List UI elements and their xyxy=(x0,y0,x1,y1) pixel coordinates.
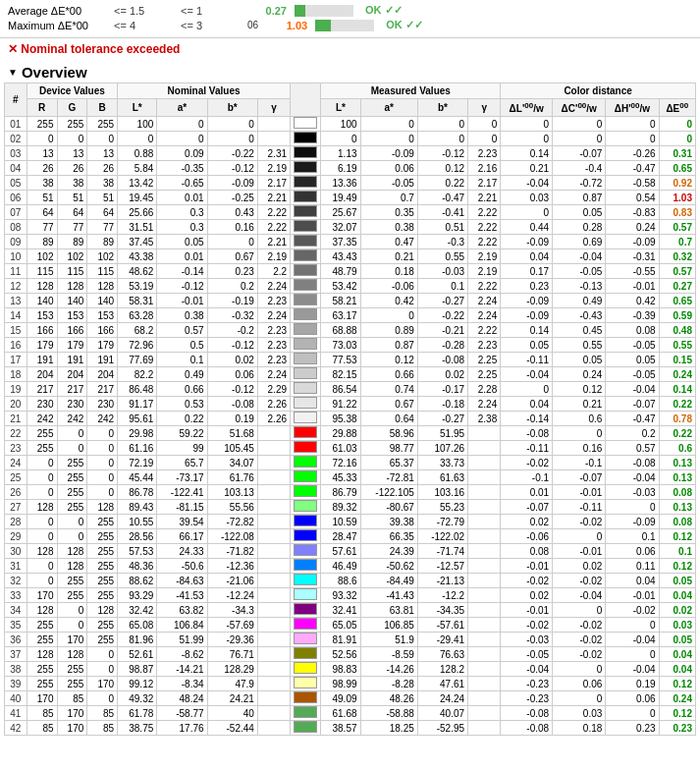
cell-my: 2.23 xyxy=(468,338,501,353)
col-dC: ΔC'00/w xyxy=(553,99,606,117)
cell-mb: 107.26 xyxy=(417,441,467,456)
color-swatch xyxy=(291,146,321,161)
cell-b: 179 xyxy=(87,338,118,353)
cell-dH: -0.08 xyxy=(606,456,659,470)
cell-dC: -0.02 xyxy=(553,647,606,662)
cell-g: 255 xyxy=(57,677,87,691)
cell-dL: 0.02 xyxy=(501,515,553,529)
cell-dE: 0.05 xyxy=(659,633,695,647)
cell-mb: 0 xyxy=(417,117,467,132)
cell-b: 85 xyxy=(87,706,118,721)
cell-dH: -0.26 xyxy=(606,146,659,161)
cell-dE: 0.13 xyxy=(659,456,695,470)
cell-dH: -0.47 xyxy=(606,161,659,176)
cell-my: 2.23 xyxy=(468,146,501,161)
cell-dH: 0 xyxy=(606,706,659,721)
cell-r: 166 xyxy=(27,323,57,338)
cell-dE: 0.13 xyxy=(659,500,695,515)
cell-ma: 0.35 xyxy=(360,205,417,220)
cell-dL: -0.03 xyxy=(501,633,553,647)
col-mb: b* xyxy=(417,99,467,117)
cell-r: 128 xyxy=(27,279,57,294)
cell-ny xyxy=(257,559,290,574)
cell-ny xyxy=(257,618,290,633)
cell-my: 2.24 xyxy=(468,397,501,412)
col-group-measured: Measured Values xyxy=(321,83,501,99)
cell-dH: 0.19 xyxy=(606,677,659,691)
cell-b: 51 xyxy=(87,191,118,205)
cell-r: 0 xyxy=(27,515,57,529)
cell-b: 255 xyxy=(87,117,118,132)
cell-ma: 24.39 xyxy=(360,544,417,559)
cell-na: 0.3 xyxy=(157,205,207,220)
cell-dH: -0.01 xyxy=(606,279,659,294)
cell-nL: 5.84 xyxy=(118,161,157,176)
cell-b: 191 xyxy=(87,353,118,367)
cell-na: 0.09 xyxy=(157,146,207,161)
row-num: 30 xyxy=(5,544,27,559)
cell-dL: 0.14 xyxy=(501,146,553,161)
cell-my xyxy=(468,441,501,456)
section-title: ▼ Overview xyxy=(0,60,700,83)
row-num: 20 xyxy=(5,397,27,412)
table-row: 25 0 255 0 45.44 -73.17 61.76 45.33 -72.… xyxy=(5,470,696,485)
cell-ny: 2.19 xyxy=(257,161,290,176)
cell-g: 140 xyxy=(57,294,87,308)
cell-mb: 47.61 xyxy=(417,677,467,691)
cell-b: 0 xyxy=(87,132,118,146)
header-section: Average ΔE*00 <= 1.5 <= 1 0.27 OK ✓✓ Max… xyxy=(0,0,700,38)
cell-dE: 0.23 xyxy=(659,721,695,736)
cell-g: 128 xyxy=(57,279,87,294)
cell-mL: 13.36 xyxy=(321,176,360,191)
color-swatch xyxy=(291,441,321,456)
cell-dH: -0.04 xyxy=(606,662,659,677)
col-dH: ΔH'00/w xyxy=(606,99,659,117)
cell-na: 0 xyxy=(157,132,207,146)
cell-mb: 103.16 xyxy=(417,485,467,500)
cell-g: 0 xyxy=(57,529,87,544)
maximum-extra: 06 xyxy=(247,20,258,30)
maximum-bar xyxy=(315,20,374,31)
cell-g: 64 xyxy=(57,205,87,220)
table-row: 09 89 89 89 37.45 0.05 0 2.21 37.35 0.47… xyxy=(5,235,696,249)
cell-nL: 81.96 xyxy=(118,633,157,647)
row-num: 42 xyxy=(5,721,27,736)
cell-dE: 0.83 xyxy=(659,205,695,220)
row-num: 05 xyxy=(5,176,27,191)
cell-b: 170 xyxy=(87,677,118,691)
cell-na: -0.35 xyxy=(157,161,207,176)
cell-my: 2.25 xyxy=(468,353,501,367)
cell-nb: -0.32 xyxy=(207,308,257,323)
cell-dH: -0.55 xyxy=(606,264,659,279)
cell-g: 170 xyxy=(57,721,87,736)
tolerance-warning: ✕ Nominal tolerance exceeded xyxy=(0,38,700,60)
cell-ma: -8.59 xyxy=(360,647,417,662)
cell-my xyxy=(468,618,501,633)
cell-dH: -0.09 xyxy=(606,235,659,249)
cell-ma: 51.9 xyxy=(360,633,417,647)
cell-dL: -0.06 xyxy=(501,529,553,544)
cell-dC: -0.13 xyxy=(553,279,606,294)
row-num: 28 xyxy=(5,515,27,529)
cell-r: 230 xyxy=(27,397,57,412)
cell-my xyxy=(468,426,501,441)
cell-g: 128 xyxy=(57,544,87,559)
table-row: 36 255 170 255 81.96 51.99 -29.36 81.91 … xyxy=(5,633,696,647)
cell-dE: 0.14 xyxy=(659,382,695,397)
cell-dH: 0 xyxy=(606,618,659,633)
cell-b: 255 xyxy=(87,588,118,603)
cell-nb: 0.67 xyxy=(207,249,257,264)
cell-g: 179 xyxy=(57,338,87,353)
cell-nL: 77.69 xyxy=(118,353,157,367)
cell-nL: 13.42 xyxy=(118,176,157,191)
cell-r: 153 xyxy=(27,308,57,323)
cell-na: -0.12 xyxy=(157,279,207,294)
cell-my: 2.22 xyxy=(468,205,501,220)
cell-nL: 29.98 xyxy=(118,426,157,441)
cell-dH: -0.03 xyxy=(606,485,659,500)
row-num: 17 xyxy=(5,353,27,367)
cell-ma: 0.47 xyxy=(360,235,417,249)
color-swatch xyxy=(291,397,321,412)
cell-my xyxy=(468,500,501,515)
cell-ny xyxy=(257,633,290,647)
